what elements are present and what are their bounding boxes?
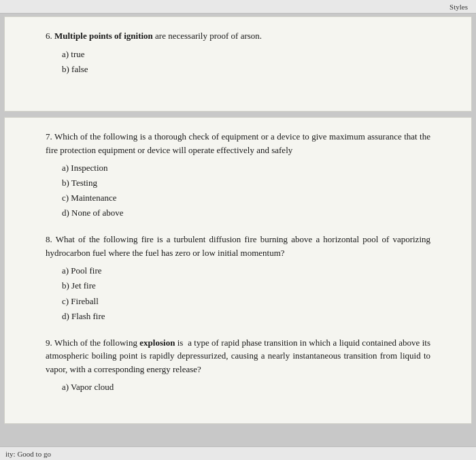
page-section-lower: 7. Which of the following is a thorough … [4, 117, 472, 424]
question-8-text: 8. What of the following fire is a turbu… [46, 233, 430, 259]
list-item: b) false [62, 62, 430, 77]
question-6-text: 6. Multiple points of ignition are neces… [46, 29, 430, 43]
list-item: a) Pool fire [62, 263, 430, 278]
list-item: b) Testing [62, 176, 430, 191]
page-container: 6. Multiple points of ignition are neces… [0, 14, 476, 427]
question-6-bold: Multiple points of ignition [54, 31, 153, 41]
status-label: ity: Good to go [5, 450, 51, 458]
list-item: c) Maintenance [62, 191, 430, 206]
list-item: b) Jet fire [62, 278, 430, 293]
question-9-bold: explosion [139, 338, 175, 348]
page-section-upper: 6. Multiple points of ignition are neces… [4, 16, 472, 112]
question-7-text: 7. Which of the following is a thorough … [46, 130, 430, 157]
question-6-block: 6. Multiple points of ignition are neces… [46, 29, 430, 77]
question-6-answers: a) true b) false [62, 47, 430, 77]
question-9-block: 9. Which of the following explosion is a… [46, 336, 430, 395]
question-8-block: 8. What of the following fire is a turbu… [46, 233, 430, 323]
list-item: d) Flash fire [62, 309, 430, 324]
list-item: c) Fireball [62, 294, 430, 309]
top-bar: Styles [0, 0, 476, 14]
question-7-answers: a) Inspection b) Testing c) Maintenance … [62, 161, 430, 220]
question-9-answers: a) Vapor cloud [62, 380, 430, 395]
question-9-text: 9. Which of the following explosion is a… [46, 336, 430, 376]
styles-label: Styles [449, 3, 468, 11]
list-item: a) true [62, 47, 430, 62]
list-item: a) Vapor cloud [62, 380, 430, 395]
status-bar: ity: Good to go [0, 446, 476, 460]
list-item: d) None of above [62, 206, 430, 220]
question-8-answers: a) Pool fire b) Jet fire c) Fireball d) … [62, 263, 430, 323]
question-7-block: 7. Which of the following is a thorough … [46, 130, 430, 220]
list-item: a) Inspection [62, 161, 430, 176]
